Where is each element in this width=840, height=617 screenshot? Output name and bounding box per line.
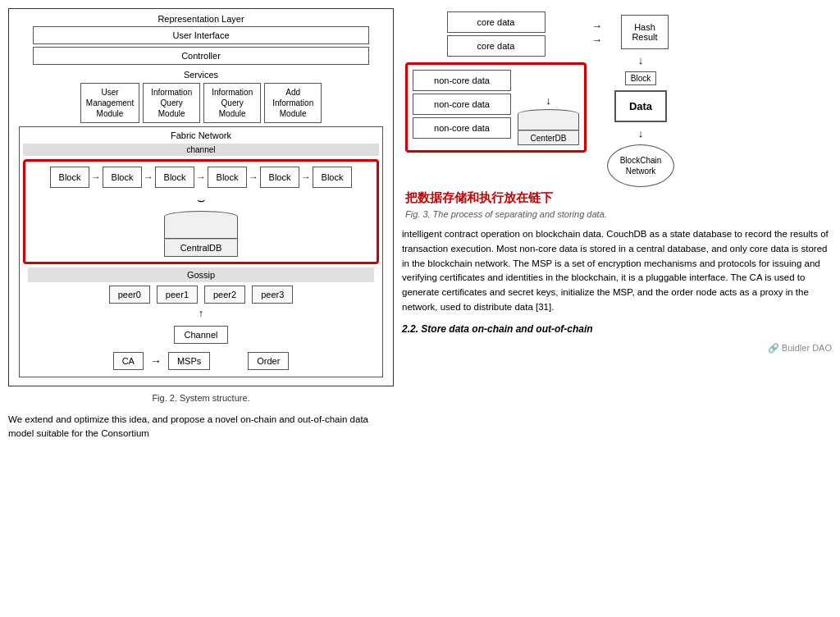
data-box-right: Data	[614, 90, 667, 122]
right-diagram-area: core data core data non-core data non-co…	[402, 8, 832, 227]
user-interface-box: User Interface	[33, 26, 369, 44]
information-query-module-1: InformationQueryModule	[143, 83, 200, 123]
blocks-row: Block → Block → Block → Block → Block → …	[30, 167, 372, 188]
block-2: Block	[103, 167, 142, 188]
block-6: Block	[313, 167, 352, 188]
architecture-diagram: Representation Layer User Interface Cont…	[8, 8, 394, 386]
fabric-network-title: Fabric Network	[23, 130, 379, 140]
arrow-1: →	[91, 171, 101, 183]
down-arrow-data: ↓	[638, 127, 644, 139]
noncore-2: non-core data	[413, 94, 511, 115]
red-group-noncore: non-core data non-core data non-core dat…	[405, 62, 587, 153]
services-title: Services	[14, 70, 388, 80]
watermark: 🔗 Buidler DAO	[402, 343, 832, 354]
peer2: peer2	[204, 286, 245, 304]
block-label-right: Block	[625, 71, 656, 85]
ca-box: CA	[113, 352, 144, 370]
centerdb-label: CenterDB	[518, 130, 579, 145]
add-information-module: AddInformationModule	[264, 83, 322, 123]
right-column: core data core data non-core data non-co…	[402, 8, 832, 609]
noncore-stack: non-core data non-core data non-core dat…	[413, 70, 511, 139]
channel-bar: channel	[23, 144, 379, 156]
up-arrow-channel: ↑	[23, 307, 379, 319]
block-1: Block	[50, 167, 89, 188]
peer0: peer0	[109, 286, 150, 304]
block-4: Block	[208, 167, 247, 188]
brace: ⌣	[30, 193, 372, 208]
block-5: Block	[260, 167, 299, 188]
centerdb-mid	[518, 119, 579, 130]
left-column: Representation Layer User Interface Cont…	[8, 8, 394, 609]
down-arrow-hash: ↓	[638, 54, 644, 66]
arrow-2: →	[144, 171, 153, 183]
msps-box: MSPs	[168, 352, 210, 370]
hash-block-col: HashResult ↓ Block Data ↓ BlockChainNetw…	[607, 11, 674, 187]
right-arrow-core2: →	[591, 34, 602, 46]
right-arrow-core: →	[591, 20, 602, 32]
fig2-caption: Fig. 2. System structure.	[8, 393, 394, 403]
db-middle	[164, 222, 238, 239]
arrow-4: →	[249, 171, 258, 183]
bottom-row: CA → MSPs Order	[28, 352, 374, 370]
ca-arrow: →	[150, 354, 162, 368]
centerdb-top	[518, 109, 579, 119]
gossip-bar: Gossip	[28, 267, 374, 282]
arrow-3: →	[196, 171, 206, 183]
representation-layer-title: Representation Layer	[14, 14, 388, 24]
user-management-module: UserManagementModule	[80, 83, 139, 123]
down-arrow-centerdb: ↓	[546, 94, 551, 107]
fig3-caption: Fig. 3. The process of separating and st…	[405, 209, 829, 219]
core-data-1: core data	[447, 11, 546, 33]
centerdb-col: ↓ CenterDB	[518, 70, 579, 145]
channel-row: Channel	[23, 321, 379, 349]
block-3: Block	[155, 167, 194, 188]
peer3: peer3	[252, 286, 293, 304]
right-body-text: intelligent contract operation on blockc…	[402, 227, 832, 340]
body-paragraph: intelligent contract operation on blockc…	[402, 227, 832, 315]
db-body-label: CentralDB	[164, 239, 238, 257]
controller-box: Controller	[33, 47, 369, 65]
hash-result-box: HashResult	[621, 15, 668, 49]
blockchain-network-box: BlockChainNetwork	[607, 144, 674, 187]
right-arrows: → →	[591, 11, 602, 46]
right-flow-container: core data core data non-core data non-co…	[405, 11, 829, 187]
arrow-5: →	[301, 171, 311, 183]
core-data-2: core data	[447, 35, 546, 57]
fabric-network-section: Fabric Network channel Block → Block → B…	[19, 126, 383, 377]
noncore-1: non-core data	[413, 70, 511, 91]
noncore-3: non-core data	[413, 117, 511, 139]
peers-row: peer0 peer1 peer2 peer3	[28, 286, 374, 304]
peer1: peer1	[157, 286, 198, 304]
centerdb-right: CenterDB	[518, 109, 579, 145]
left-bottom-text: We extend and optimize this idea, and pr…	[8, 413, 394, 441]
section-heading: 2.2. Store data on-chain and out-of-chai…	[402, 322, 832, 337]
order-box: Order	[248, 352, 289, 370]
core-data-stack: core data core data non-core data non-co…	[405, 11, 587, 153]
red-highlight-box: Block → Block → Block → Block → Block → …	[23, 159, 379, 264]
db-top	[164, 211, 238, 222]
information-query-module-2: InformationQueryModule	[203, 83, 261, 123]
services-row: UserManagementModule InformationQueryMod…	[19, 83, 383, 123]
centraldb-cylinder: CentralDB	[164, 211, 238, 257]
chinese-annotation: 把数据存储和执行放在链下	[405, 190, 829, 206]
channel-box: Channel	[174, 326, 229, 344]
